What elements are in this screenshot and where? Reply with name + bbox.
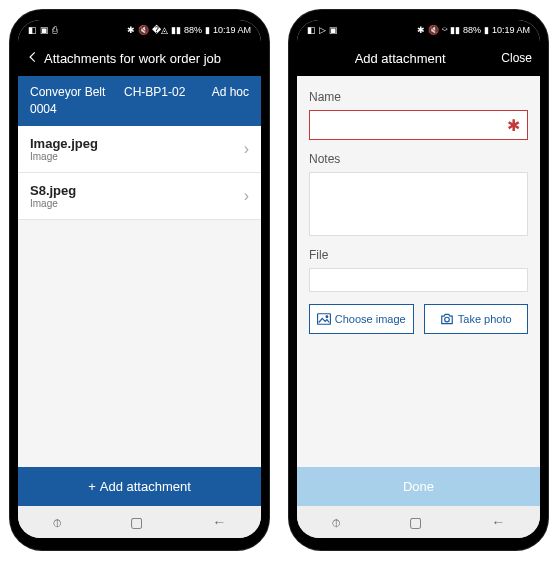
context-header: Conveyor Belt 0004 CH-BP1-02 Ad hoc [18,76,261,126]
misc-icon: ▷ [319,25,326,35]
attachment-name: S8.jpeg [30,183,76,198]
phone-right: ◧ ▷ ▣ ✱ 🔇 ⌔ ▮▮ 88% ▮ 10:19 AM Add attach… [289,10,548,550]
file-display [309,268,528,292]
app-bar: Attachments for work order job [18,40,261,76]
status-left-icons: ◧ ▷ ▣ [307,25,338,35]
attachment-list: Image.jpeg Image › S8.jpeg Image › [18,126,261,220]
file-button-row: Choose image Take photo [309,304,528,334]
wifi-icon: �◬ [152,25,168,35]
empty-area [18,220,261,467]
camera-icon [440,313,454,325]
status-right-icons: ✱ 🔇 ⌔ ▮▮ 88% ▮ 10:19 AM [417,25,530,35]
close-button[interactable]: Close [495,51,532,65]
context-asset: Conveyor Belt 0004 [30,84,110,118]
back-button[interactable] [26,50,40,67]
battery-pct: 88% [184,25,202,35]
chevron-right-icon: › [244,187,249,205]
list-item[interactable]: Image.jpeg Image › [18,126,261,173]
clock: 10:19 AM [213,25,251,35]
back-nav-button[interactable]: ← [491,514,505,530]
app-title: Add attachment [305,51,495,66]
wifi-icon: ⌔ [442,25,447,35]
app-icon: ▣ [40,25,49,35]
status-right-icons: ✱ 🔇 �◬ ▮▮ 88% ▮ 10:19 AM [127,25,251,35]
done-label: Done [403,479,434,494]
app-icon: ▣ [329,25,338,35]
name-input[interactable] [309,110,528,140]
signal-icon: ▮▮ [171,25,181,35]
add-attachment-button[interactable]: + Add attachment [18,467,261,506]
app-bar: Add attachment Close [297,40,540,76]
notes-input[interactable] [309,172,528,236]
bluetooth-icon: ✱ [127,25,135,35]
bluetooth-icon: ✱ [417,25,425,35]
required-asterisk-icon: ✱ [507,116,520,135]
battery-pct: 88% [463,25,481,35]
attachment-name: Image.jpeg [30,136,98,151]
screen-left: ◧ ▣ ⎙ ✱ 🔇 �◬ ▮▮ 88% ▮ 10:19 AM Attachmen… [18,20,261,538]
home-button[interactable]: ▢ [130,514,143,530]
recents-button[interactable]: ⌽ [332,514,340,530]
battery-icon: ▮ [205,25,210,35]
battery-icon: ▮ [484,25,489,35]
status-bar: ◧ ▷ ▣ ✱ 🔇 ⌔ ▮▮ 88% ▮ 10:19 AM [297,20,540,40]
context-code: CH-BP1-02 [124,84,185,118]
done-button[interactable]: Done [297,467,540,506]
take-photo-label: Take photo [458,313,512,325]
svg-point-2 [444,317,449,322]
home-button[interactable]: ▢ [409,514,422,530]
status-left-icons: ◧ ▣ ⎙ [28,25,57,35]
android-nav-bar: ⌽ ▢ ← [18,506,261,538]
status-bar: ◧ ▣ ⎙ ✱ 🔇 �◬ ▮▮ 88% ▮ 10:19 AM [18,20,261,40]
clock: 10:19 AM [492,25,530,35]
svg-point-1 [326,316,328,318]
plus-icon: + [88,479,96,494]
mute-icon: 🔇 [428,25,439,35]
app-title: Attachments for work order job [40,51,253,66]
choose-image-label: Choose image [335,313,406,325]
take-photo-button[interactable]: Take photo [424,304,529,334]
misc-icon: ⎙ [52,25,57,35]
signal-icon: ▮▮ [450,25,460,35]
add-attachment-label: Add attachment [100,479,191,494]
sim-icon: ◧ [28,25,37,35]
sim-icon: ◧ [307,25,316,35]
name-label: Name [309,90,528,104]
mute-icon: 🔇 [138,25,149,35]
android-nav-bar: ⌽ ▢ ← [297,506,540,538]
attachment-type: Image [30,198,76,209]
screen-right: ◧ ▷ ▣ ✱ 🔇 ⌔ ▮▮ 88% ▮ 10:19 AM Add attach… [297,20,540,538]
choose-image-button[interactable]: Choose image [309,304,414,334]
file-label: File [309,248,528,262]
svg-rect-0 [317,314,330,325]
image-icon [317,313,331,325]
list-item[interactable]: S8.jpeg Image › [18,173,261,220]
notes-label: Notes [309,152,528,166]
phone-left: ◧ ▣ ⎙ ✱ 🔇 �◬ ▮▮ 88% ▮ 10:19 AM Attachmen… [10,10,269,550]
context-type: Ad hoc [212,84,249,118]
attachment-type: Image [30,151,98,162]
name-input-wrap: ✱ [309,110,528,140]
chevron-right-icon: › [244,140,249,158]
back-nav-button[interactable]: ← [212,514,226,530]
attachment-form: Name ✱ Notes File Choose image [297,76,540,467]
recents-button[interactable]: ⌽ [53,514,61,530]
